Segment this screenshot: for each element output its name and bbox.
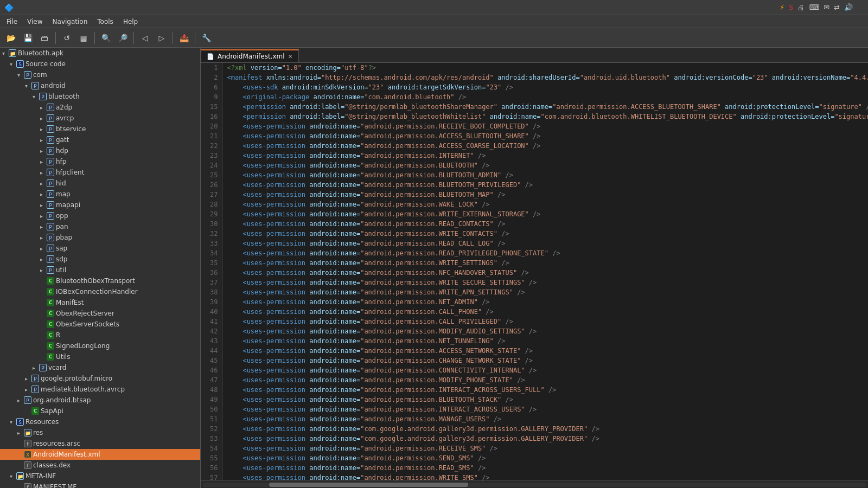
line-code[interactable]: <uses-permission android:name="android.p… bbox=[222, 375, 868, 385]
tree-item-btservice[interactable]: ▸P btservice bbox=[0, 124, 200, 134]
line-code[interactable]: <uses-permission android:name="android.p… bbox=[222, 141, 868, 151]
line-code[interactable]: <uses-permission android:name="com.googl… bbox=[222, 424, 868, 434]
tree-item-R[interactable]: C R bbox=[0, 330, 200, 341]
save-all-button[interactable]: 🗃 bbox=[37, 30, 52, 46]
menu-tools[interactable]: Tools bbox=[93, 17, 118, 27]
line-code[interactable]: <uses-permission android:name="android.p… bbox=[222, 170, 868, 180]
line-code[interactable]: <uses-permission android:name="android.p… bbox=[222, 151, 868, 160]
tree-item-pbap[interactable]: ▸P pbap bbox=[0, 232, 200, 243]
tree-item-bluetooth[interactable]: ▾P bluetooth bbox=[0, 91, 200, 102]
reload-button[interactable]: ↺ bbox=[59, 30, 74, 46]
find-button[interactable]: 🔎 bbox=[115, 30, 130, 46]
tree-item-vcard[interactable]: ▸P vcard bbox=[0, 362, 200, 373]
tree-item-META-INF[interactable]: ▾📁 META-INF bbox=[0, 471, 200, 481]
line-code[interactable]: <uses-permission android:name="android.p… bbox=[222, 121, 868, 131]
tree-item-AndroidManifest-xml[interactable]: X AndroidManifest.xml bbox=[0, 449, 200, 460]
tree-item-pan[interactable]: ▸P pan bbox=[0, 221, 200, 232]
line-code[interactable]: <uses-permission android:name="android.p… bbox=[222, 463, 868, 473]
line-code[interactable]: <uses-permission android:name="android.p… bbox=[222, 365, 868, 375]
tree-item-android[interactable]: ▾P android bbox=[0, 80, 200, 91]
open-folder-button[interactable]: 📂 bbox=[3, 30, 18, 46]
tree-item-Utils[interactable]: C Utils bbox=[0, 351, 200, 362]
tree-item-BluetoothObexTransport[interactable]: C BluetoothObexTransport bbox=[0, 275, 200, 286]
tree-item-IOBexConnectionHandler[interactable]: C IOBexConnectionHandler bbox=[0, 286, 200, 297]
menu-navigation[interactable]: Navigation bbox=[48, 17, 92, 27]
tree-item-ObexServerSockets[interactable]: C ObexServerSockets bbox=[0, 319, 200, 330]
line-code[interactable]: <uses-permission android:name="android.p… bbox=[222, 160, 868, 170]
tree-item-a2dp[interactable]: ▸P a2dp bbox=[0, 102, 200, 113]
line-code[interactable]: <uses-permission android:name="android.p… bbox=[222, 307, 868, 317]
tree-item-avrcp[interactable]: ▸P avrcp bbox=[0, 113, 200, 124]
tree-item-org-android-btsap[interactable]: ▸P org.android.btsap bbox=[0, 395, 200, 406]
menu-view[interactable]: View bbox=[23, 17, 47, 27]
line-code[interactable]: <manifest xmlns:android="http://schemas.… bbox=[222, 73, 868, 82]
line-code[interactable]: <original-package android:name="com.andr… bbox=[222, 92, 868, 102]
line-code[interactable]: <uses-sdk android:minSdkVersion="23" and… bbox=[222, 82, 868, 92]
line-code[interactable]: <uses-permission android:name="android.p… bbox=[222, 258, 868, 268]
tree-item-hdp[interactable]: ▸P hdp bbox=[0, 145, 200, 156]
settings-button[interactable]: 🔧 bbox=[199, 30, 214, 46]
tree-item-gatt[interactable]: ▸P gatt bbox=[0, 134, 200, 145]
tree-item-bluetooth-apk[interactable]: ▾📁 Bluetooth.apk bbox=[0, 48, 200, 59]
tree-item-hid[interactable]: ▸P hid bbox=[0, 178, 200, 189]
line-code[interactable]: <uses-permission android:name="android.p… bbox=[222, 209, 868, 219]
line-code[interactable]: <uses-permission android:name="android.p… bbox=[222, 268, 868, 278]
line-code[interactable]: <uses-permission android:name="android.p… bbox=[222, 239, 868, 248]
line-code[interactable]: <uses-permission android:name="android.p… bbox=[222, 229, 868, 239]
line-code[interactable]: <uses-permission android:name="android.p… bbox=[222, 219, 868, 229]
tree-item-sap[interactable]: ▸P sap bbox=[0, 243, 200, 254]
tree-item-map[interactable]: ▸P map bbox=[0, 189, 200, 200]
scroll-track[interactable] bbox=[203, 483, 866, 487]
line-code[interactable]: <uses-permission android:name="android.p… bbox=[222, 200, 868, 209]
line-code[interactable]: <uses-permission android:name="android.p… bbox=[222, 356, 868, 365]
scroll-thumb[interactable] bbox=[269, 483, 468, 487]
export-button[interactable]: 📤 bbox=[176, 30, 192, 46]
tree-item-google-protobuf-micro[interactable]: ▸P google.protobuf.micro bbox=[0, 373, 200, 384]
line-code[interactable]: <uses-permission android:name="android.p… bbox=[222, 287, 868, 297]
tree-item-hfpclient[interactable]: ▸P hfpclient bbox=[0, 167, 200, 178]
tree-item-mapapi[interactable]: ▸P mapapi bbox=[0, 200, 200, 210]
tree-item-res[interactable]: ▸📁 res bbox=[0, 427, 200, 438]
line-code[interactable]: <uses-permission android:name="android.p… bbox=[222, 414, 868, 424]
tree-item-resources-arsc[interactable]: f resources.arsc bbox=[0, 438, 200, 449]
tree-item-hfp[interactable]: ▸P hfp bbox=[0, 156, 200, 167]
line-code[interactable]: <?xml version="1.0" encoding="utf-8"?> bbox=[222, 63, 868, 73]
tree-item-sdp[interactable]: ▸P sdp bbox=[0, 254, 200, 265]
forward-button[interactable]: ▷ bbox=[154, 30, 169, 46]
line-code[interactable]: <uses-permission android:name="android.p… bbox=[222, 346, 868, 356]
horizontal-scrollbar[interactable] bbox=[201, 480, 868, 488]
tab-androidmanifest[interactable]: 📄 AndroidManifest.xml ✕ bbox=[201, 49, 299, 62]
line-code[interactable]: <permission android:label="@string/perml… bbox=[222, 102, 868, 112]
line-code[interactable]: <uses-permission android:name="android.p… bbox=[222, 190, 868, 200]
menu-file[interactable]: File bbox=[2, 17, 22, 27]
tree-item-ManifEst[interactable]: C ManifEst bbox=[0, 297, 200, 308]
line-code[interactable]: <uses-permission android:name="android.p… bbox=[222, 404, 868, 414]
tree-item-opp[interactable]: ▸P opp bbox=[0, 210, 200, 221]
line-code[interactable]: <uses-permission android:name="android.p… bbox=[222, 297, 868, 307]
line-code[interactable]: <uses-permission android:name="android.p… bbox=[222, 131, 868, 141]
code-editor[interactable]: 1<?xml version="1.0" encoding="utf-8"?>2… bbox=[201, 63, 868, 480]
line-code[interactable]: <uses-permission android:name="android.p… bbox=[222, 248, 868, 258]
tree-item-SignedLongLong[interactable]: C SignedLongLong bbox=[0, 341, 200, 351]
tree-item-ObexRejectServer[interactable]: C ObexRejectServer bbox=[0, 308, 200, 319]
tab-close-button[interactable]: ✕ bbox=[288, 53, 293, 60]
line-code[interactable]: <uses-permission android:name="android.p… bbox=[222, 473, 868, 480]
line-code[interactable]: <uses-permission android:name="android.p… bbox=[222, 444, 868, 453]
line-code[interactable]: <uses-permission android:name="android.p… bbox=[222, 336, 868, 346]
line-code[interactable]: <uses-permission android:name="com.googl… bbox=[222, 434, 868, 444]
line-code[interactable]: <uses-permission android:name="android.p… bbox=[222, 385, 868, 395]
line-code[interactable]: <uses-permission android:name="android.p… bbox=[222, 317, 868, 326]
line-code[interactable]: <uses-permission android:name="android.p… bbox=[222, 395, 868, 404]
tree-item-Resources[interactable]: ▾S Resources bbox=[0, 416, 200, 427]
save-button[interactable]: 💾 bbox=[20, 30, 35, 46]
line-code[interactable]: <uses-permission android:name="android.p… bbox=[222, 453, 868, 463]
tree-item-SapApi[interactable]: C SapApi bbox=[0, 406, 200, 416]
tree-item-util[interactable]: ▸P util bbox=[0, 265, 200, 275]
tree-item-source-code[interactable]: ▾S Source code bbox=[0, 59, 200, 69]
tree-item-com[interactable]: ▾P com bbox=[0, 69, 200, 80]
tree-item-mediatek-bluetooth-avrcp[interactable]: ▸P mediatek.bluetooth.avrcp bbox=[0, 384, 200, 395]
line-code[interactable]: <uses-permission android:name="android.p… bbox=[222, 180, 868, 190]
line-code[interactable]: <uses-permission android:name="android.p… bbox=[222, 326, 868, 336]
tree-item-classes-dex[interactable]: f classes.dex bbox=[0, 460, 200, 471]
tree-item-MANIFEST-MF[interactable]: f MANIFEST.MF bbox=[0, 481, 200, 488]
